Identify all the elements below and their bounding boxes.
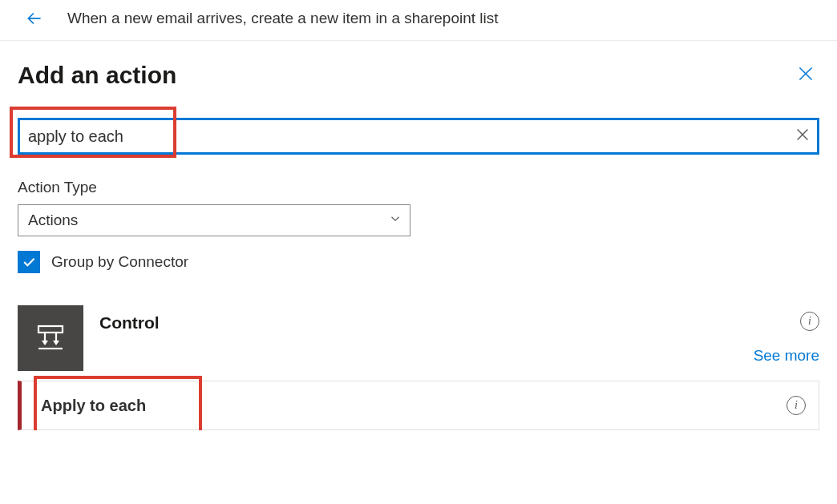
info-icon[interactable]: i bbox=[800, 312, 819, 331]
action-item-apply-to-each[interactable]: Apply to each i bbox=[18, 381, 819, 430]
action-type-selected: Actions bbox=[18, 204, 410, 236]
group-by-connector-checkbox[interactable] bbox=[18, 251, 40, 273]
panel-header: Add an action bbox=[18, 60, 819, 91]
top-bar: When a new email arrives, create a new i… bbox=[0, 0, 837, 41]
group-by-connector-label: Group by Connector bbox=[51, 253, 188, 271]
back-arrow-icon[interactable] bbox=[24, 8, 45, 29]
clear-search-icon[interactable] bbox=[794, 126, 811, 147]
search-row bbox=[18, 118, 819, 155]
breadcrumb-title: When a new email arrives, create a new i… bbox=[67, 10, 499, 27]
action-item-label: Apply to each bbox=[41, 397, 786, 415]
connector-name: Control bbox=[99, 305, 738, 333]
connector-row: Control i See more bbox=[18, 305, 819, 371]
add-action-panel: Add an action Action Type Actions Group … bbox=[0, 41, 837, 430]
see-more-link[interactable]: See more bbox=[754, 347, 819, 365]
info-icon[interactable]: i bbox=[786, 396, 806, 415]
panel-title: Add an action bbox=[18, 62, 176, 89]
action-item-wrap: Apply to each i bbox=[18, 381, 819, 430]
action-type-label: Action Type bbox=[18, 179, 819, 196]
search-input[interactable] bbox=[18, 118, 819, 155]
svg-rect-0 bbox=[38, 326, 63, 333]
connector-side-col: i See more bbox=[754, 305, 819, 365]
group-by-connector-row: Group by Connector bbox=[18, 251, 819, 273]
control-connector-icon[interactable] bbox=[18, 305, 83, 371]
close-icon[interactable] bbox=[792, 60, 819, 91]
action-type-select[interactable]: Actions bbox=[18, 204, 410, 236]
